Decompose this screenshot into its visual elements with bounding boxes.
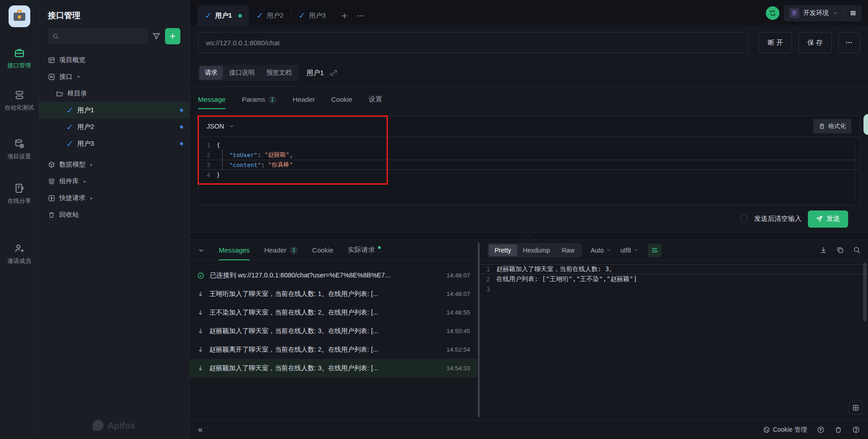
tree-item-data-models[interactable]: 数据模型 ▸ bbox=[39, 156, 189, 173]
link-icon[interactable] bbox=[330, 69, 337, 76]
folder-open-icon bbox=[56, 90, 63, 97]
message-row[interactable]: 赵丽颖加入了聊天室，当前在线人数: 3。在线用户列表: [... 14:50:4… bbox=[190, 322, 477, 340]
tab-cookie[interactable]: Cookie bbox=[331, 87, 353, 112]
new-tab-icon[interactable] bbox=[341, 12, 348, 19]
response-body[interactable]: 1 赵丽颖加入了聊天室，当前在线人数: 3。 2 在线用户列表: ["王翊珩",… bbox=[480, 261, 868, 420]
mode-api-docs[interactable]: 接口说明 bbox=[224, 66, 260, 80]
doc-tab-user2[interactable]: 用户2 bbox=[249, 5, 291, 26]
tab-params[interactable]: Params 1 bbox=[242, 87, 277, 112]
message-row[interactable]: 赵丽颖离开了聊天室，当前在线人数: 2。在线用户列表: [... 14:52:5… bbox=[190, 340, 477, 359]
message-text: 已连接到 ws://127.0.0.1:8080/chat?user=%E7%8… bbox=[210, 271, 390, 280]
tree-item-apis[interactable]: 接口 ▾ bbox=[39, 68, 189, 85]
code-line-current: 3 "content": "你真棒" bbox=[198, 160, 859, 170]
response-scrollbar[interactable] bbox=[863, 262, 867, 321]
tree-item-project-overview[interactable]: 项目概览 bbox=[39, 52, 189, 68]
message-editor: JSON 格式化 1 { bbox=[198, 115, 860, 205]
word-wrap-toggle[interactable] bbox=[648, 243, 661, 257]
tree-item-user3[interactable]: 用户3 bbox=[39, 135, 189, 152]
environment-select[interactable]: 开 开发环境 bbox=[784, 5, 844, 21]
tab-response-cookie[interactable]: Cookie bbox=[312, 240, 334, 260]
doc-tab-user3[interactable]: 用户3 bbox=[291, 5, 333, 26]
caret-right-icon[interactable]: ▸ bbox=[84, 179, 86, 184]
tree-item-user1[interactable]: 用户1 bbox=[39, 102, 189, 119]
send-button[interactable]: 发送 bbox=[808, 210, 848, 228]
search-input[interactable] bbox=[48, 28, 148, 44]
encoding-select[interactable]: Auto bbox=[591, 247, 612, 254]
more-actions-button[interactable] bbox=[838, 32, 860, 53]
doc-tab-user1[interactable]: 用户1 bbox=[198, 5, 249, 26]
mode-request[interactable]: 请求 bbox=[199, 66, 223, 80]
message-row-connected[interactable]: 已连接到 ws://127.0.0.1:8080/chat?user=%E7%8… bbox=[190, 266, 477, 285]
tree-item-label: 数据模型 bbox=[59, 160, 85, 169]
collapse-sidebar-icon[interactable]: « bbox=[198, 425, 203, 434]
add-api-button[interactable] bbox=[165, 28, 180, 44]
editor-scrollbar[interactable] bbox=[855, 139, 858, 202]
tab-message[interactable]: Message bbox=[198, 87, 226, 112]
view-pretty[interactable]: Pretty bbox=[489, 244, 517, 256]
request-name: 用户1 bbox=[307, 69, 324, 77]
hamburger-menu-icon[interactable] bbox=[844, 5, 862, 21]
horizontal-split-handle[interactable]: ··· bbox=[190, 233, 868, 240]
tab-overflow-icon[interactable] bbox=[356, 12, 364, 20]
upload-circle-icon[interactable] bbox=[817, 426, 825, 434]
layout-toggle-icon[interactable] bbox=[849, 401, 863, 415]
view-hexdump[interactable]: Hexdump bbox=[517, 244, 556, 256]
response-line: 3 bbox=[480, 284, 868, 294]
chevron-down-icon bbox=[229, 124, 234, 129]
mode-preview-docs[interactable]: 预览文档 bbox=[261, 66, 297, 80]
tree-item-quick-request[interactable]: 快捷请求 ▸ bbox=[39, 190, 189, 206]
cookie-manager-button[interactable]: Cookie 管理 bbox=[763, 426, 807, 434]
line-number: 2 bbox=[198, 152, 217, 158]
rail-item-automated-testing[interactable]: 自动化测试 bbox=[5, 90, 34, 112]
caret-right-icon[interactable]: ▸ bbox=[90, 162, 93, 167]
view-raw[interactable]: Raw bbox=[556, 244, 580, 256]
message-list: 已连接到 ws://127.0.0.1:8080/chat?user=%E7%8… bbox=[190, 261, 477, 420]
message-row-selected[interactable]: 赵丽颖加入了聊天室，当前在线人数: 3。在线用户列表: [... 14:54:3… bbox=[190, 359, 477, 377]
tree-item-label: 项目概览 bbox=[59, 56, 85, 64]
tree-item-recycle-bin[interactable]: 回收站 bbox=[39, 206, 189, 223]
tree-item-user2[interactable]: 用户2 bbox=[39, 119, 189, 135]
collapse-panel-icon[interactable] bbox=[198, 247, 204, 253]
message-row[interactable]: 王不染加入了聊天室，当前在线人数: 2。在线用户列表: [... 14:48:5… bbox=[190, 303, 477, 322]
rail-item-label: 邀请成员 bbox=[8, 257, 31, 265]
briefcase-lock bbox=[18, 15, 21, 19]
help-icon[interactable] bbox=[852, 426, 860, 434]
sidebar: 接口管理 项目概览 bbox=[39, 0, 190, 439]
check-circle-icon bbox=[197, 272, 204, 279]
download-icon[interactable] bbox=[820, 246, 827, 254]
search-icon[interactable] bbox=[853, 246, 861, 254]
api-box-icon bbox=[48, 73, 55, 81]
message-type-select[interactable]: JSON bbox=[207, 123, 234, 130]
header-count-badge: 3 bbox=[290, 246, 298, 254]
share-doc-icon bbox=[14, 183, 25, 194]
app-logo[interactable] bbox=[9, 5, 30, 27]
tab-settings[interactable]: 设置 bbox=[368, 87, 382, 112]
message-row[interactable]: 王翊珩加入了聊天室，当前在线人数: 1。在线用户列表: [... 14:48:0… bbox=[190, 285, 477, 303]
rail-item-api-management[interactable]: 接口管理 bbox=[8, 48, 31, 70]
tab-messages[interactable]: Messages bbox=[219, 240, 250, 260]
charset-select[interactable]: utf8 bbox=[620, 247, 638, 254]
websocket-url-input[interactable]: ws://127.0.0.1:8080/chat bbox=[198, 32, 749, 53]
clear-after-send-checkbox[interactable] bbox=[740, 215, 748, 223]
editor-code-area[interactable]: 1 { 2 "toUser": "赵丽颖", 3 "content": "你真棒… bbox=[198, 137, 859, 180]
rail-item-project-settings[interactable]: 项目设置 bbox=[8, 138, 31, 161]
copy-icon[interactable] bbox=[836, 246, 844, 254]
tab-response-header[interactable]: Header 3 bbox=[264, 240, 297, 260]
caret-right-icon[interactable]: ▸ bbox=[90, 196, 93, 200]
search-icon bbox=[52, 33, 59, 40]
caret-down-icon[interactable]: ▾ bbox=[77, 74, 80, 79]
tab-header[interactable]: Header bbox=[293, 87, 315, 112]
save-button[interactable]: 保 存 bbox=[798, 32, 832, 53]
filter-icon[interactable] bbox=[152, 32, 160, 40]
tab-actual-request[interactable]: 实际请求 bbox=[348, 240, 381, 260]
right-edge-drawer-handle[interactable] bbox=[863, 114, 868, 135]
sync-icon[interactable] bbox=[766, 6, 779, 20]
format-button[interactable]: 格式化 bbox=[813, 119, 851, 134]
tree-item-component-library[interactable]: 组件库 ▸ bbox=[39, 173, 189, 190]
disconnect-button[interactable]: 断 开 bbox=[759, 32, 792, 53]
chevron-down-icon bbox=[833, 10, 838, 16]
rail-item-online-share[interactable]: 在线分享 bbox=[8, 183, 31, 205]
rail-item-invite-member[interactable]: 邀请成员 bbox=[8, 243, 31, 265]
tree-item-root-folder[interactable]: 根目录 bbox=[39, 85, 189, 102]
bag-icon[interactable] bbox=[835, 426, 842, 434]
